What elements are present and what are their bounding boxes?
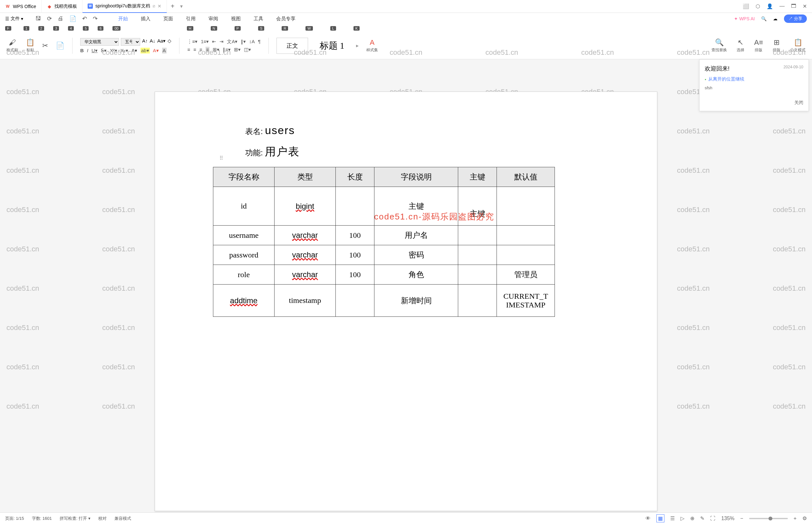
borders-icon[interactable]: ⊞▾ [234, 47, 241, 52]
style-heading[interactable]: 标题 1 [316, 39, 348, 52]
strikethrough-button[interactable]: S̶▾ [101, 48, 107, 53]
table-row[interactable]: role varchar 100 角色 管理员 [213, 265, 555, 284]
style-body[interactable]: 正文 [277, 38, 308, 54]
layout-icon[interactable]: ⬜ [743, 3, 749, 9]
arrange-group[interactable]: ⊞ 排版 [773, 38, 780, 53]
clear-format-icon[interactable]: ◇ [168, 38, 171, 46]
font-color-button[interactable]: A▾ [131, 48, 137, 53]
minimize-button[interactable]: — [779, 3, 784, 9]
bold-button[interactable]: B [80, 48, 84, 53]
table-row[interactable]: addtime timestamp 新增时间 CURRENT_TIMESTAMP [213, 284, 555, 317]
database-table[interactable]: 字段名称 类型 长度 字段说明 主键 默认值 id bigint 主键 主键 u… [213, 167, 555, 317]
share-button[interactable]: ↗ 分享 [784, 15, 807, 23]
change-case-icon[interactable]: Aa▾ [157, 38, 166, 46]
redo-icon[interactable]: ↷ [93, 15, 98, 22]
cut-icon[interactable]: ✂ [42, 42, 48, 50]
tab-page[interactable]: 页面 [163, 16, 173, 22]
table-row[interactable]: username varchar 100 用户名 [213, 226, 555, 245]
tab-template[interactable]: ◆ 找稻壳模板 [42, 0, 82, 13]
print-icon[interactable]: 🖨 [58, 15, 64, 22]
refresh-icon[interactable]: ⟳ [47, 15, 52, 22]
preview-icon[interactable]: 📄 [69, 15, 76, 22]
underline-button[interactable]: U▾ [92, 48, 98, 53]
bullet-list-icon[interactable]: ⋮≡▾ [187, 39, 198, 45]
text-direction-icon[interactable]: 文A▾ [227, 39, 237, 45]
tab-wps-office[interactable]: W WPS Office [0, 0, 42, 13]
compat-mode[interactable]: 兼容模式 [114, 515, 131, 521]
subscript-button[interactable]: X₂▾ [120, 48, 128, 53]
maximize-button[interactable]: 🗖 [791, 3, 796, 9]
distribute-icon[interactable]: ⊞▾ [213, 47, 219, 52]
tab-document[interactable]: W springboot9pi7u数据库文档 ⎚ ✕ [82, 0, 167, 13]
zoom-out-button[interactable]: − [740, 515, 743, 521]
view-web-icon[interactable]: ⊕ [690, 515, 694, 521]
present-icon[interactable]: ⎚ [153, 4, 155, 9]
align-justify-icon[interactable]: ≡ [205, 47, 210, 52]
settings-icon[interactable]: ⚙ [802, 515, 807, 521]
table-row[interactable]: password varchar 100 密码 [213, 245, 555, 265]
word-count[interactable]: 字数: 1601 [32, 515, 52, 521]
tab-review[interactable]: 审阅 [209, 16, 218, 22]
text-color-button[interactable]: A▾ [153, 48, 159, 53]
cube-icon[interactable]: ⬡ [756, 3, 760, 9]
increase-font-icon[interactable]: A↑ [142, 38, 148, 46]
sort-icon[interactable]: ↕A [249, 39, 255, 45]
document-area[interactable]: ⠿ 表名: users 功能: 用户表 code51.cn-源码乐园盗图必究 字… [0, 59, 812, 511]
view-outline-icon[interactable]: ☰ [670, 515, 675, 521]
find-replace-group[interactable]: 🔍 查找替换 [711, 38, 727, 53]
number-list-icon[interactable]: 1≡▾ [201, 39, 209, 45]
char-shading-button[interactable]: A [162, 48, 167, 53]
paragraph-mark-icon[interactable]: ¶ [258, 39, 261, 45]
font-name-select[interactable]: 华文细黑 [80, 38, 119, 46]
paste-group[interactable]: 📋 粘贴 [26, 38, 34, 53]
save-icon[interactable]: 🖫 [35, 15, 41, 22]
document-page[interactable]: ⠿ 表名: users 功能: 用户表 code51.cn-源码乐园盗图必究 字… [155, 92, 657, 511]
align-right-icon[interactable]: ≡ [199, 47, 202, 52]
view-page-icon[interactable]: ▦ [656, 514, 664, 522]
view-read-icon[interactable]: ▷ [681, 515, 684, 521]
highlight-button[interactable]: ab▾ [140, 48, 150, 53]
tab-member[interactable]: 会员专享 [276, 16, 296, 22]
italic-button[interactable]: I [87, 48, 88, 53]
align-left-icon[interactable]: ≡ [187, 47, 190, 52]
view-draft-icon[interactable]: ✎ [700, 515, 705, 521]
cloud-icon[interactable]: ☁ [773, 16, 778, 21]
tab-insert[interactable]: 插入 [141, 16, 150, 22]
avatar-icon[interactable]: 👤 [766, 3, 773, 9]
new-tab-button[interactable]: + [167, 3, 179, 10]
welcome-continue-link[interactable]: 从离开的位置继续 [705, 76, 803, 82]
zoom-percentage[interactable]: 135% [721, 515, 734, 521]
decrease-indent-icon[interactable]: ⇤ [212, 39, 216, 45]
decrease-font-icon[interactable]: A↓ [150, 38, 156, 46]
tab-start[interactable]: 开始 [118, 16, 128, 22]
copy-icon[interactable]: 📄 [56, 42, 64, 50]
view-eye-icon[interactable]: 👁 [645, 515, 650, 521]
function-line[interactable]: 功能: 用户表 [245, 144, 631, 159]
proofread-status[interactable]: 校对 [98, 515, 107, 521]
view-fullscreen-icon[interactable]: ⛶ [710, 515, 715, 521]
official-mode-group[interactable]: 📋 公文模式 [790, 38, 806, 53]
table-name-line[interactable]: 表名: users [245, 124, 631, 137]
zoom-slider[interactable] [749, 518, 788, 519]
format-brush-group[interactable]: 🖌 格式刷 [6, 38, 18, 53]
layout-group[interactable]: A≡ 排版 [754, 38, 763, 53]
increase-indent-icon[interactable]: ⇥ [219, 39, 223, 45]
font-size-select[interactable]: 五号 [121, 38, 140, 46]
spacing-icon[interactable]: ‖≡▾ [223, 47, 231, 52]
tab-menu-dropdown[interactable]: ▾ [180, 3, 183, 9]
drag-handle-icon[interactable]: ⠿ [219, 155, 223, 161]
align-center-icon[interactable]: ≡ [193, 47, 196, 52]
style-scroll-icon[interactable]: ▸ [356, 43, 359, 49]
style-set-group[interactable]: A 样式集 [366, 38, 378, 53]
welcome-close-button[interactable]: 关闭 [705, 100, 803, 106]
select-group[interactable]: ↖ 选择 [736, 38, 744, 53]
page-indicator[interactable]: 页面: 1/15 [5, 515, 24, 521]
tab-view[interactable]: 视图 [231, 16, 241, 22]
superscript-button[interactable]: X²▾ [110, 48, 117, 53]
shading-icon[interactable]: ◫▾ [244, 47, 251, 52]
undo-icon[interactable]: ↶ [82, 15, 87, 22]
zoom-in-button[interactable]: + [794, 515, 797, 521]
close-tab-icon[interactable]: ✕ [158, 3, 162, 9]
file-menu[interactable]: ☰ 文件 ▾ [5, 16, 23, 21]
wps-ai-button[interactable]: ✦ WPS AI [734, 16, 755, 21]
